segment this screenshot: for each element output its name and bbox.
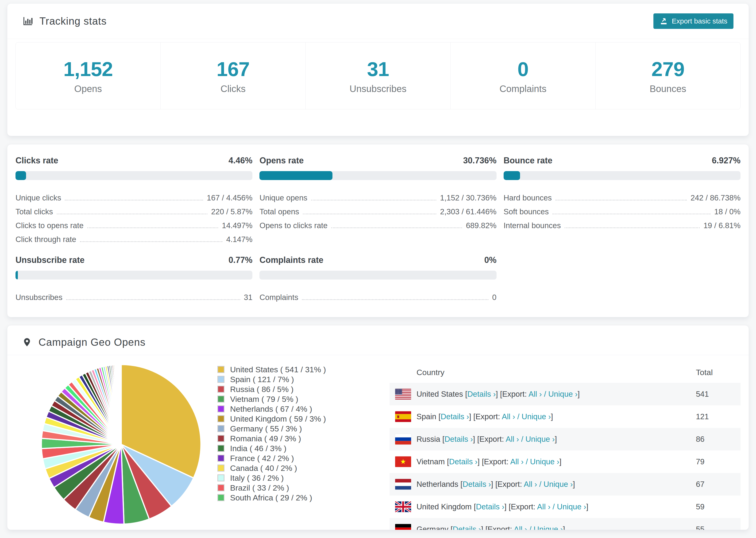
rate-block: Unsubscribe rate0.77%Unsubscribes31 <box>16 255 252 303</box>
legend-swatch <box>217 376 225 383</box>
rate-detail-value: 2,303 / 61.446% <box>440 207 496 218</box>
link-unique[interactable]: Unique › <box>534 525 563 530</box>
column-header-total: Total <box>696 368 740 377</box>
rate-detail-value: 242 / 86.738% <box>690 193 740 204</box>
flag-cell <box>390 411 416 422</box>
flag-cell <box>390 389 416 400</box>
link-punctuation: ] [Export: <box>473 435 506 443</box>
rate-detail-row: Internal bounces19 / 6.81% <box>504 218 740 232</box>
link-punctuation: [ <box>472 502 476 511</box>
dotted-leader <box>65 200 203 200</box>
link-all[interactable]: All › <box>524 480 537 488</box>
link-punctuation: ] [Export: <box>477 457 510 466</box>
legend-swatch <box>217 415 225 422</box>
legend-item: Canada ( 40 / 2% ) <box>217 463 326 473</box>
link-unique[interactable]: Unique › <box>530 457 560 466</box>
country-name: Russia <box>416 435 440 443</box>
geo-country-table: CountryTotalUnited States [Details ›] [E… <box>390 362 740 530</box>
legend-item: United Kingdom ( 59 / 3% ) <box>217 414 326 424</box>
flag-cell <box>390 456 416 467</box>
legend-item: India ( 46 / 3% ) <box>217 443 326 453</box>
link-details[interactable]: Details › <box>449 457 477 466</box>
link-unique[interactable]: Unique › <box>548 390 577 398</box>
progress-bar <box>16 271 252 280</box>
link-all[interactable]: All › <box>528 390 542 398</box>
link-details[interactable]: Details › <box>467 390 496 398</box>
vn-flag-icon <box>395 456 411 467</box>
link-unique[interactable]: Unique › <box>522 412 551 421</box>
progress-bar-fill <box>16 271 18 280</box>
legend-label: Italy ( 36 / 2% ) <box>230 473 284 483</box>
ru-flag-icon <box>395 434 411 445</box>
rate-detail-label: Total opens <box>259 207 299 218</box>
rate-detail-row: Total opens2,303 / 61.446% <box>259 204 496 218</box>
dotted-leader <box>87 228 218 228</box>
rate-detail-rows: Unique opens1,152 / 30.736%Total opens2,… <box>259 190 496 232</box>
link-all[interactable]: All › <box>506 435 519 443</box>
rate-value: 6.927% <box>712 156 740 166</box>
rates-card: Clicks rate4.46%Unique clicks167 / 4.456… <box>7 144 749 317</box>
legend-label: Russia ( 86 / 5% ) <box>230 385 294 394</box>
progress-bar-fill <box>259 171 332 180</box>
link-all[interactable]: All › <box>502 412 515 421</box>
table-row: Russia [Details ›] [Export: All › / Uniq… <box>390 428 740 451</box>
total-cell: 121 <box>696 412 740 421</box>
link-punctuation: ] <box>563 525 565 530</box>
legend-item: France ( 42 / 2% ) <box>217 453 326 463</box>
summary-cell: 31Unsubscribes <box>305 42 450 109</box>
summary-label: Clicks <box>220 83 245 94</box>
export-basic-stats-button[interactable]: Export basic stats <box>653 13 733 29</box>
legend-label: United States ( 541 / 31% ) <box>230 365 326 374</box>
legend-item: United States ( 541 / 31% ) <box>217 364 326 374</box>
link-[interactable]: / <box>537 480 544 488</box>
rate-detail-value: 31 <box>244 293 253 303</box>
link-punctuation: [ <box>449 525 453 530</box>
rate-value: 0% <box>484 255 497 265</box>
table-header-row: CountryTotal <box>390 362 740 383</box>
link-details[interactable]: Details › <box>445 435 473 443</box>
legend-item: Russia ( 86 / 5% ) <box>217 384 326 394</box>
link-[interactable]: / <box>519 435 526 443</box>
geo-pie-chart[interactable] <box>39 362 203 526</box>
dotted-leader <box>565 228 700 228</box>
rate-detail-value: 0 <box>492 293 496 303</box>
summary-cell: 279Bounces <box>595 42 740 109</box>
rate-detail-value: 689.82% <box>466 221 496 232</box>
link-[interactable]: / <box>527 525 534 530</box>
legend-swatch <box>217 445 225 452</box>
link-unique[interactable]: Unique › <box>544 480 573 488</box>
table-row: Spain [Details ›] [Export: All › / Uniqu… <box>390 405 740 428</box>
link-all[interactable]: All › <box>514 525 527 530</box>
rate-detail-rows: Unsubscribes31 <box>16 290 252 303</box>
map-pin-icon <box>23 337 31 348</box>
page-title: Tracking stats <box>39 15 107 27</box>
dotted-leader <box>311 200 436 200</box>
rate-detail-label: Total clicks <box>16 207 53 218</box>
link-punctuation: ] [Export: <box>469 412 502 421</box>
rate-detail-label: Internal bounces <box>504 221 561 232</box>
link-details[interactable]: Details › <box>441 412 469 421</box>
link-details[interactable]: Details › <box>476 502 504 511</box>
link-[interactable]: / <box>542 390 549 398</box>
rate-detail-label: Unique opens <box>259 193 307 204</box>
link-[interactable]: / <box>523 457 530 466</box>
country-cell: Germany [Details ›] [Export: All › / Uni… <box>416 525 696 530</box>
flag-cell <box>390 501 416 512</box>
link-unique[interactable]: Unique › <box>525 435 555 443</box>
link-unique[interactable]: Unique › <box>557 502 586 511</box>
link-details[interactable]: Details › <box>462 480 491 488</box>
link-[interactable]: / <box>550 502 557 511</box>
link-details[interactable]: Details › <box>453 525 481 530</box>
tracking-stats-card: Tracking stats Export basic stats 1,152O… <box>7 3 749 136</box>
link-[interactable]: / <box>515 412 522 421</box>
link-punctuation: ] <box>551 412 553 421</box>
rate-detail-label: Clicks to opens rate <box>16 221 83 232</box>
rate-detail-row: Click through rate4.147% <box>16 232 252 245</box>
link-all[interactable]: All › <box>537 502 551 511</box>
link-all[interactable]: All › <box>510 457 523 466</box>
rate-detail-row: Soft bounces18 / 0% <box>504 204 740 218</box>
de-flag-icon <box>395 524 411 530</box>
rate-detail-row: Complaints0 <box>259 290 496 303</box>
legend-swatch <box>217 425 225 432</box>
dotted-leader <box>331 228 462 228</box>
